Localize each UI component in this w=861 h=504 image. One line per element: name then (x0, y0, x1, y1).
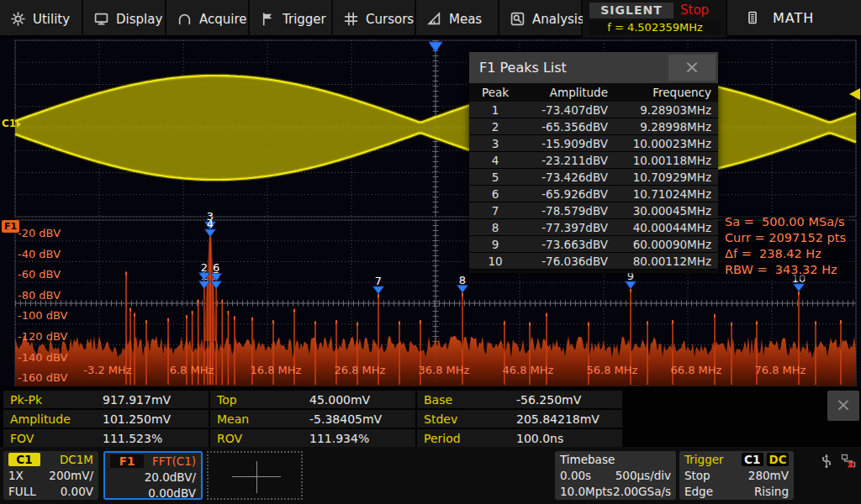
acq-info-line: Δf = 238.42 Hz (725, 246, 846, 262)
menu-meas[interactable]: Meas (416, 0, 499, 38)
c1-descriptor-box[interactable]: C1DC1M 1X200mV/ FULL0.00V (3, 451, 98, 500)
peak-marker-number: 4 (207, 218, 214, 230)
menu-analysis[interactable]: Analysis (499, 0, 583, 38)
peak-number: 9 (469, 236, 521, 252)
dialog-header[interactable]: F1 Peaks List × (469, 52, 718, 83)
measure-value: 101.250mV (103, 412, 171, 426)
timebase-title: Timebase (560, 453, 615, 466)
oscilloscope-screen: UtilityDisplayAcquireTriggerCursorsMeasA… (0, 0, 861, 504)
menu-label: Analysis (532, 12, 584, 27)
menu-cursors[interactable]: Cursors (333, 0, 416, 38)
peak-marker-number: 7 (375, 275, 382, 287)
peak-marker-number: 8 (459, 274, 466, 286)
peak-row-6[interactable]: 6-65.926dBV10.71024MHz (469, 186, 718, 202)
measure-top: Top45.000mV (210, 391, 415, 408)
peak-row-9[interactable]: 9-73.663dBV60.00090MHz (469, 236, 718, 253)
peak-frequency: 40.00044MHz (608, 219, 711, 235)
menu-math[interactable]: MATH (727, 0, 861, 35)
f1-descriptor-box[interactable]: F1FFT(C1) 20.0dBV/ 0.00dBV (103, 451, 203, 500)
peak-number: 7 (469, 202, 521, 218)
measure-value: 205.84218mV (516, 412, 600, 426)
measurement-panel: Pk-Pk917.917mVTop45.000mVBase-56.250mVAm… (0, 386, 861, 447)
c1-arrow-icon (17, 121, 21, 128)
freq-label: 46.8 MHz (490, 364, 566, 377)
menu-trigger[interactable]: Trigger (250, 0, 333, 38)
timebase-box[interactable]: Timebase 0.00s500μs/div 10.0Mpts2.00GSa/… (555, 451, 676, 500)
dbv-label: -140 dBV (18, 351, 67, 365)
measure-fov: FOV111.523% (3, 429, 209, 447)
measure-value: -5.38405mV (309, 412, 382, 426)
menu-acquire[interactable]: Acquire (166, 0, 250, 38)
peak-frequency: 80.00112MHz (608, 253, 711, 269)
freq-label: 36.8 MHz (406, 364, 482, 377)
peak-row-7[interactable]: 7-78.579dBV30.00045MHz (469, 202, 718, 219)
peak-marker-icon (457, 286, 468, 293)
add-channel-placeholder[interactable] (207, 451, 303, 500)
bottom-status-bar: C1DC1M 1X200mV/ FULL0.00V F1FFT(C1) 20.0… (0, 447, 861, 504)
peak-marker-icon (205, 229, 216, 237)
peak-amplitude: -76.036dBV (521, 253, 608, 269)
peaks-col-frequency: Frequency (608, 83, 711, 102)
brand-block: SIGLENT Stop f = 4.502359MHz (583, 0, 727, 38)
dbv-label: -60 dBV (18, 268, 61, 281)
c1-scale: 200mV/ (49, 469, 93, 482)
peak-row-2[interactable]: 2-65.356dBV9.28998MHz (469, 118, 718, 135)
peak-number: 5 (469, 169, 521, 185)
dialog-title: F1 Peaks List (479, 52, 567, 83)
measure-rov: ROV111.934% (210, 429, 415, 447)
trigger-coupling-chip: DC (767, 453, 789, 466)
menu-display[interactable]: Display (83, 0, 166, 38)
f1-trace-badge[interactable]: F1 (2, 220, 19, 233)
peak-amplitude: -77.397dBV (521, 219, 608, 235)
peak-row-1[interactable]: 1-73.407dBV9.28903MHz (469, 102, 718, 118)
usb-icon (821, 454, 832, 469)
scope-display: 12345678910 C1 F1 -20 dBV-40 dBV-60 dBV-… (0, 38, 861, 386)
peak-marker-number: 2 (201, 261, 208, 274)
c1-probe: 1X (8, 469, 24, 482)
peak-row-10[interactable]: 10-76.036dBV80.00112MHz (469, 253, 718, 270)
peak-row-8[interactable]: 8-77.397dBV40.00044MHz (469, 219, 718, 236)
math-list-icon (746, 11, 759, 24)
cursors-icon (344, 12, 358, 26)
peaks-col-amplitude: Amplitude (521, 83, 608, 102)
menu-items: UtilityDisplayAcquireTriggerCursorsMeasA… (0, 0, 583, 35)
trigger-source-chip: C1 (742, 453, 763, 466)
peak-row-3[interactable]: 3-15.909dBV10.00023MHz (469, 135, 718, 152)
peaks-col-peak: Peak (469, 83, 521, 102)
trigger-box[interactable]: TriggerC1 DC Stop280mV EdgeRising (679, 451, 794, 500)
peak-number: 3 (469, 135, 521, 151)
analysis-icon (510, 12, 525, 26)
peak-row-4[interactable]: 4-23.211dBV10.00118MHz (469, 152, 718, 169)
menu-utility[interactable]: Utility (0, 0, 83, 38)
meas-icon (427, 12, 441, 26)
display-icon (94, 12, 108, 26)
trigger-position-marker[interactable] (429, 42, 442, 52)
trigger-level-marker[interactable] (849, 88, 860, 100)
peak-frequency: 60.00090MHz (608, 236, 711, 252)
peak-marker-icon (373, 286, 384, 294)
peak-frequency: 10.70929MHz (608, 169, 711, 185)
acq-info-line: Sa = 500.00 MSa/s (725, 214, 846, 230)
trigger-mode: Stop (684, 469, 710, 482)
peak-row-5[interactable]: 5-73.426dBV10.70929MHz (469, 169, 718, 186)
trigger-title: Trigger (684, 453, 724, 466)
measure-label: Amplitude (3, 412, 103, 426)
c1-coupling: DC1M (60, 453, 93, 466)
acquire-icon (177, 12, 192, 26)
f1-scale: 20.0dBV/ (145, 470, 196, 484)
peak-amplitude: -23.211dBV (521, 152, 608, 168)
measure-label: FOV (3, 432, 103, 445)
measure-value: 111.523% (103, 432, 162, 445)
f1-function: FFT(C1) (152, 454, 196, 468)
dialog-close-icon[interactable]: × (668, 55, 716, 81)
peak-amplitude: -73.663dBV (521, 236, 608, 252)
freq-label: 66.8 MHz (658, 364, 734, 377)
siglent-logo: SIGLENT (589, 3, 673, 18)
status-icons (821, 454, 856, 469)
measure-label: Mean (210, 412, 309, 426)
measurement-close-icon[interactable]: × (827, 391, 859, 421)
peaks-table-header: PeakAmplitudeFrequency (469, 83, 718, 102)
measure-value: -56.250mV (516, 393, 581, 407)
c1-channel-marker[interactable]: C1 (2, 118, 21, 129)
run-state-indicator[interactable]: Stop (680, 3, 709, 18)
